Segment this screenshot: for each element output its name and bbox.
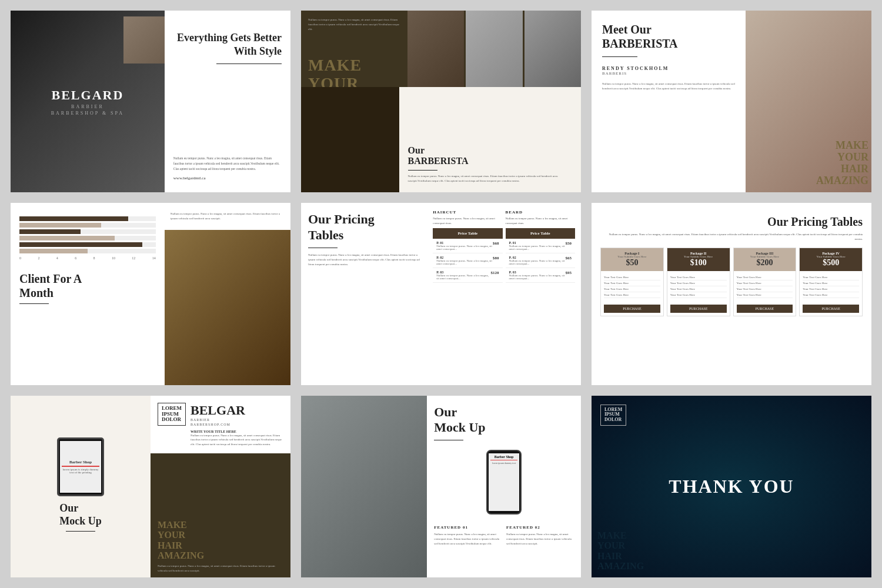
lorem-box: LOREMIPSUMDOLOR <box>600 405 626 426</box>
slide7-mockup-divider <box>66 531 95 532</box>
pkg3-header: Package III Your Subtitle Goes Here $200 <box>734 248 796 271</box>
slide-4-right: Nullam eu tempor purus. Nunc a leo magna… <box>165 203 290 385</box>
beard-body: Nullam eu tempor purus. Nunc a leo magna… <box>506 216 575 225</box>
meet-divider <box>602 56 637 57</box>
body-text: Nullam eu tempor purus. Nunc a leo magna… <box>173 156 282 171</box>
pricing-body: Nullam eu tempor purus. Nunc a leo magna… <box>308 253 420 267</box>
package-3: Package III Your Subtitle Goes Here $200… <box>733 248 797 316</box>
slide-7: Barber Shop lorem ipsum is simply dummy … <box>11 396 290 577</box>
spa-label: BARBERSHOP & SPA <box>51 111 124 116</box>
barber-role: BARBERIS <box>602 71 735 76</box>
slide8-divider <box>434 440 463 440</box>
photo-1 <box>407 11 464 87</box>
beard-header: BEARD <box>506 210 575 215</box>
bar-2 <box>19 223 156 228</box>
barber-photos <box>407 11 581 87</box>
pkg2-header: Package II Your Subtitle Goes Here $100 <box>667 248 730 271</box>
slide-2-bottom: OurOur BARBERISTABARBERISTA Nullam eu te… <box>301 87 581 192</box>
meet-title: Meet OurBARBERISTA <box>602 22 735 51</box>
haircut-row-1: P. 01Nullam eu tempor purus. Nunc a leo … <box>433 239 502 253</box>
pkg4-purchase-button[interactable]: PURCHASE <box>803 305 859 313</box>
thank-you-content: THANK YOU <box>669 476 794 497</box>
our-barberista-title: OurOur BARBERISTABARBERISTA <box>408 145 572 166</box>
phone-mockup: Barber Shop lorem ipsum dummy text <box>486 450 522 514</box>
featured1-body: Nullam eu tempor purus. Nunc a leo magna… <box>434 532 502 546</box>
website-url: www.belgardmtl.ca <box>173 176 282 181</box>
pkg2-body: Your Text Goes Here Your Text Goes Here … <box>667 271 730 302</box>
slide8-left-image <box>301 396 427 577</box>
brand-area: LOREMIPSUMDOLOR BELGAR BARBIER BARBERSHO… <box>151 396 290 454</box>
amazing-bottom-text: MAKEYOURHAIRAMAZING <box>597 530 644 572</box>
right-body-text: Nullam eu tempor purus. Nunc a leo magna… <box>171 212 285 221</box>
photo-3 <box>524 11 581 87</box>
slide-1-right-content: Everything Gets Better With Style Nullam… <box>165 11 290 192</box>
slide7-right: LOREMIPSUMDOLOR BELGAR BARBIER BARBERSHO… <box>151 396 290 577</box>
beard-table-header: Price Table <box>506 228 575 239</box>
tagline-divider <box>216 64 282 64</box>
pricing-left: Our PricingTables Nullam eu tempor purus… <box>301 203 427 385</box>
featured2-title: FEATURED 02 <box>506 525 574 530</box>
barber-shop-photo <box>165 230 290 385</box>
client-title: Client For AMonth <box>19 272 156 300</box>
pricing-tables: HAIRCUT Nullam eu tempor purus. Nunc a l… <box>427 203 581 385</box>
pkg1-header: Package I Your Subtitle Goes Here $50 <box>601 248 663 271</box>
featured-section: FEATURED 01 Nullam eu tempor purus. Nunc… <box>434 525 574 546</box>
slide7-mockup-title: OurMock Up <box>59 502 102 527</box>
axis-labels: 0 2 4 6 8 10 12 14 <box>19 256 156 260</box>
table-col-headers: HAIRCUT Nullam eu tempor purus. Nunc a l… <box>433 210 575 283</box>
top-body: Nullam eu tempor purus. Nunc a leo magna… <box>308 18 400 32</box>
pricing-divider <box>308 248 338 248</box>
pkg3-body: Your Text Goes Here Your Text Goes Here … <box>734 271 796 302</box>
slide-5: Our PricingTables Nullam eu tempor purus… <box>301 203 581 385</box>
pkg1-purchase-button[interactable]: PURCHASE <box>604 305 660 313</box>
beard-row-2: P. 02Nullam eu tempor purus. Nunc a leo … <box>506 253 575 268</box>
beard-row-1: P. 01Nullam eu tempor purus. Nunc a leo … <box>506 239 575 253</box>
slide-8: OurMock Up Barber Shop lorem ipsum dummy… <box>301 396 581 577</box>
featured-1: FEATURED 01 Nullam eu tempor purus. Nunc… <box>434 525 502 546</box>
bar-5 <box>19 242 156 247</box>
slide-3: Meet OurBARBERISTA RENDY STOCKHOLM BARBE… <box>592 11 871 192</box>
featured1-title: FEATURED 01 <box>434 525 502 530</box>
slide-9: LOREMIPSUMDOLOR THANK YOU MAKEYOURHAIRAM… <box>592 396 871 577</box>
haircut-col: HAIRCUT Nullam eu tempor purus. Nunc a l… <box>433 210 502 283</box>
bar-6 <box>19 249 156 253</box>
tablet-screen: Barber Shop lorem ipsum is simply dummy … <box>60 441 101 493</box>
featured2-body: Nullam eu tempor purus. Nunc a leo magna… <box>506 532 574 546</box>
slide6-pricing-body: Nullam eu tempor purus. Nunc a leo magna… <box>600 232 863 242</box>
amazing-overlay: MAKEYOURHAIRAMAZING <box>816 140 871 186</box>
beard-col: BEARD Nullam eu tempor purus. Nunc a leo… <box>506 210 575 283</box>
barberista-content: OurOur BARBERISTABARBERISTA Nullam eu te… <box>399 87 581 192</box>
slide-6: Our Pricing Tables Nullam eu tempor puru… <box>592 203 871 385</box>
barbier-label: BARBIER <box>51 104 124 109</box>
client-divider <box>19 303 49 304</box>
bar-3 <box>19 229 156 234</box>
package-1: Package I Your Subtitle Goes Here $50 Yo… <box>600 248 664 316</box>
haircut-rows: P. 01Nullam eu tempor purus. Nunc a leo … <box>433 239 502 283</box>
slide8-right: OurMock Up Barber Shop lorem ipsum dummy… <box>427 396 581 577</box>
packages-list: Package I Your Subtitle Goes Here $50 Yo… <box>600 248 863 316</box>
write-body: Nullam eu tempor purus. Nunc a leo magna… <box>191 433 283 447</box>
pkg4-body: Your Text Goes Here Your Text Goes Here … <box>800 271 862 302</box>
barber-body: Nullam eu tempor purus. Nunc a leo magna… <box>602 82 735 91</box>
pkg1-price: $50 <box>604 258 660 268</box>
featured-2: FEATURED 02 Nullam eu tempor purus. Nunc… <box>506 525 574 546</box>
pricing-tables-title: Our Pricing Tables <box>600 215 863 229</box>
slide-3-right-image: MAKEYOURHAIRAMAZING <box>746 11 871 192</box>
barberista-body: Nullam eu tempor purus. Nunc a leo magna… <box>408 174 572 183</box>
pkg2-purchase-button[interactable]: PURCHASE <box>670 305 727 313</box>
slide-3-left: Meet OurBARBERISTA RENDY STOCKHOLM BARBE… <box>592 11 746 192</box>
beard-row-3: P. 03Nullam eu tempor purus. Nunc a leo … <box>506 268 575 283</box>
bar-chart <box>19 216 156 253</box>
slide-4: 0 2 4 6 8 10 12 14 Client For AMonth Nul… <box>11 203 290 385</box>
pkg3-purchase-button[interactable]: PURCHASE <box>737 305 793 313</box>
bottom-dark-area: MAKEYOURHAIRAMAZING Nullam eu tempor pur… <box>151 453 290 577</box>
phone-screen: Barber Shop lorem ipsum dummy text <box>489 453 519 511</box>
client-text: Client For AMonth <box>19 272 156 304</box>
brand-sub: BARBIER <box>191 418 283 422</box>
pkg4-header: Package IV Your Subtitle Goes Here $500 <box>800 248 862 271</box>
barberista-divider <box>408 170 437 171</box>
package-2: Package II Your Subtitle Goes Here $100 … <box>667 248 730 316</box>
slide-1-left-image: BELGARD BARBIER BARBERSHOP & SPA <box>11 11 165 192</box>
haircut-body: Nullam eu tempor purus. Nunc a leo magna… <box>433 216 502 225</box>
amazing-body: Nullam eu tempor purus. Nunc a leo magna… <box>158 564 283 573</box>
